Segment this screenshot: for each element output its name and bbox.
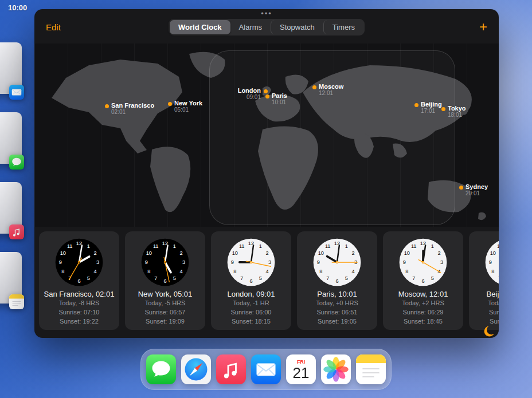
city-marker-dot — [459, 186, 463, 190]
dock-photos-icon[interactable] — [321, 354, 351, 384]
clock-card-new-york[interactable]: 123456789101112New York, 05:01Today, -5 … — [125, 231, 205, 330]
svg-text:2: 2 — [352, 250, 355, 256]
svg-text:8: 8 — [319, 269, 322, 274]
city-time: 17:01 — [421, 108, 442, 115]
card-sunset: Sunset: 19:22 — [39, 317, 119, 326]
dock: FRI21 — [140, 349, 392, 390]
card-offset: Today, -8 HRS — [39, 298, 119, 308]
svg-text:7: 7 — [412, 275, 415, 281]
svg-text:11: 11 — [67, 243, 73, 249]
svg-text:5: 5 — [87, 275, 90, 281]
svg-text:9: 9 — [231, 259, 234, 265]
dock-mail-icon[interactable] — [251, 354, 281, 384]
window-handle[interactable]: ••• — [261, 11, 272, 17]
svg-text:6: 6 — [421, 278, 424, 284]
card-sunrise: Sunrise: 06:11 — [469, 308, 499, 317]
svg-text:9: 9 — [403, 259, 406, 265]
svg-text:12: 12 — [76, 241, 82, 246]
svg-text:7: 7 — [498, 275, 499, 281]
dock-calendar-icon[interactable]: FRI21 — [286, 354, 316, 384]
analog-clock: 123456789101112 — [226, 237, 276, 287]
dock-safari-icon[interactable] — [181, 354, 211, 384]
card-city-time: New York, 05:01 — [125, 290, 205, 298]
svg-text:3: 3 — [440, 259, 443, 265]
clock-card-san-francisco[interactable]: 123456789101112San Francisco, 02:01Today… — [39, 231, 119, 330]
card-city-time: San Francisco, 02:01 — [39, 290, 119, 298]
city-time: 18:01 — [448, 112, 466, 119]
city-time: 09:01 — [247, 94, 261, 101]
city-marker-dot — [441, 107, 445, 111]
svg-text:6: 6 — [335, 278, 338, 284]
svg-text:3: 3 — [182, 259, 185, 265]
dock-notes-icon[interactable] — [356, 354, 386, 384]
city-name: Beijing — [421, 101, 442, 108]
card-sunset: Sunset: 19:09 — [125, 317, 205, 326]
svg-text:7: 7 — [326, 275, 329, 281]
edit-button[interactable]: Edit — [45, 20, 62, 34]
svg-text:21: 21 — [293, 364, 310, 381]
city-time: 10:01 — [272, 99, 287, 106]
svg-text:8: 8 — [491, 269, 494, 274]
city-name: Moscow — [319, 83, 343, 90]
clock-card-london[interactable]: 123456789101112London, 09:01Today, -1 HR… — [211, 231, 291, 330]
svg-text:5: 5 — [345, 275, 348, 281]
status-bar-time: 10:00 — [8, 3, 27, 12]
clock-card-beijing[interactable]: 123456789101112Beijing, 17:01Today, +7 H… — [469, 231, 499, 330]
svg-text:11: 11 — [325, 243, 331, 249]
svg-text:4: 4 — [352, 269, 355, 274]
tab-bar: World ClockAlarmsStopwatchTimers — [169, 19, 365, 36]
stage-thumbnail-messages[interactable] — [0, 112, 29, 167]
toolbar: Edit World ClockAlarmsStopwatchTimers + — [34, 17, 499, 37]
city-name: San Francisco — [111, 102, 154, 109]
svg-text:1: 1 — [173, 243, 176, 249]
city-name: Sydney — [466, 183, 488, 190]
svg-text:3: 3 — [268, 259, 271, 265]
city-marker-dot — [265, 94, 269, 98]
svg-text:7: 7 — [154, 275, 157, 281]
svg-text:9: 9 — [145, 259, 148, 265]
music-app-icon — [9, 224, 24, 239]
analog-clock: 123456789101112 — [398, 237, 448, 287]
analog-clock: 123456789101112 — [140, 237, 190, 287]
svg-text:10: 10 — [232, 250, 238, 256]
svg-text:8: 8 — [405, 269, 408, 274]
stage-thumbnail-music[interactable] — [0, 182, 29, 237]
city-name: Tokyo — [448, 105, 466, 112]
dock-music-icon[interactable] — [216, 354, 246, 384]
svg-text:1: 1 — [87, 243, 90, 249]
clock-card-moscow[interactable]: 123456789101112Moscow, 12:01Today, +2 HR… — [383, 231, 463, 330]
city-time: 20:01 — [466, 190, 488, 197]
clock-card-paris[interactable]: 123456789101112Paris, 10:01Today, +0 HRS… — [297, 231, 377, 330]
svg-text:8: 8 — [233, 269, 236, 274]
mail-app-icon — [9, 85, 24, 100]
svg-text:11: 11 — [497, 243, 499, 249]
tab-world-clock[interactable]: World Clock — [170, 20, 230, 34]
map-frame-overlay — [209, 50, 455, 225]
card-sunrise: Sunrise: 07:10 — [39, 308, 119, 317]
city-marker-dot — [264, 89, 268, 93]
dock-messages-icon[interactable] — [146, 354, 176, 384]
clock-app-window: ••• Edit World ClockAlarmsStopwatchTimer… — [34, 9, 499, 338]
svg-text:4: 4 — [180, 269, 183, 274]
stage-thumbnail-notes[interactable] — [0, 252, 29, 307]
svg-text:4: 4 — [266, 269, 269, 274]
card-sunset: Sunset: 18:45 — [383, 317, 463, 326]
city-name: Paris — [272, 92, 287, 99]
card-offset: Today, +0 HRS — [297, 298, 377, 308]
card-sunrise: Sunrise: 06:29 — [383, 308, 463, 317]
card-sunrise: Sunrise: 06:51 — [297, 308, 377, 317]
tab-timers[interactable]: Timers — [323, 20, 363, 34]
svg-text:1: 1 — [431, 243, 434, 249]
svg-text:7: 7 — [240, 275, 243, 281]
svg-text:10: 10 — [490, 250, 496, 256]
tab-stopwatch[interactable]: Stopwatch — [271, 20, 323, 34]
city-time: 05:01 — [174, 107, 202, 113]
svg-text:9: 9 — [59, 259, 62, 265]
add-city-button[interactable]: + — [478, 21, 488, 33]
tab-alarms[interactable]: Alarms — [230, 20, 271, 34]
card-offset: Today, +2 HRS — [383, 298, 463, 308]
card-sunset: Sunset: 19:05 — [297, 317, 377, 326]
card-city-time: London, 09:01 — [211, 290, 291, 298]
stage-thumbnail-mail[interactable] — [0, 42, 29, 97]
svg-text:10: 10 — [60, 250, 66, 256]
